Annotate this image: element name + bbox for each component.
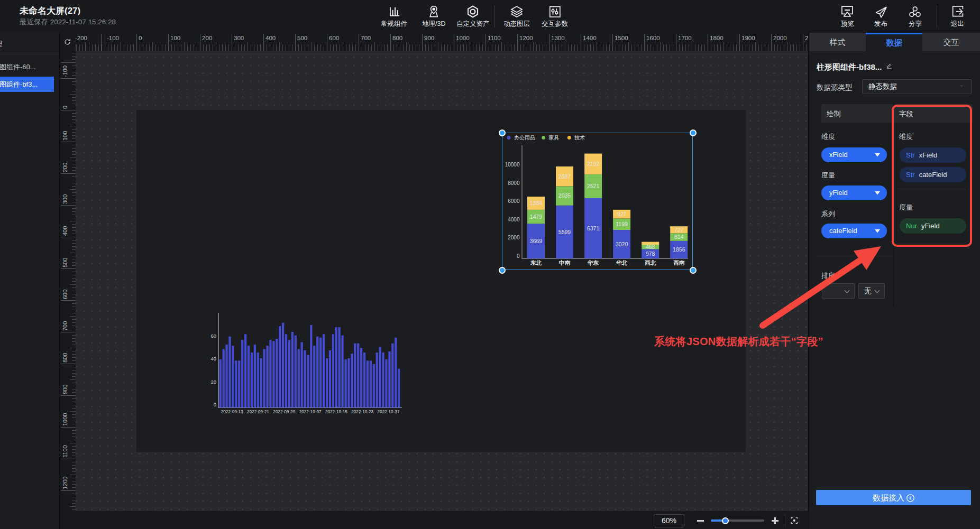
svg-text:2022-09-21: 2022-09-21 xyxy=(247,410,269,414)
svg-text:2022-09-29: 2022-09-29 xyxy=(273,410,295,414)
svg-text:0: 0 xyxy=(214,402,216,407)
svg-text:2022-10-31: 2022-10-31 xyxy=(378,410,400,414)
svg-text:20: 20 xyxy=(210,379,216,385)
svg-text:2022-10-15: 2022-10-15 xyxy=(325,410,347,414)
svg-text:40: 40 xyxy=(210,356,216,361)
svg-text:2022-09-13: 2022-09-13 xyxy=(221,410,243,414)
svg-text:2022-10-23: 2022-10-23 xyxy=(351,410,373,414)
svg-text:60: 60 xyxy=(210,333,216,339)
svg-text:2022-10-07: 2022-10-07 xyxy=(299,410,322,414)
